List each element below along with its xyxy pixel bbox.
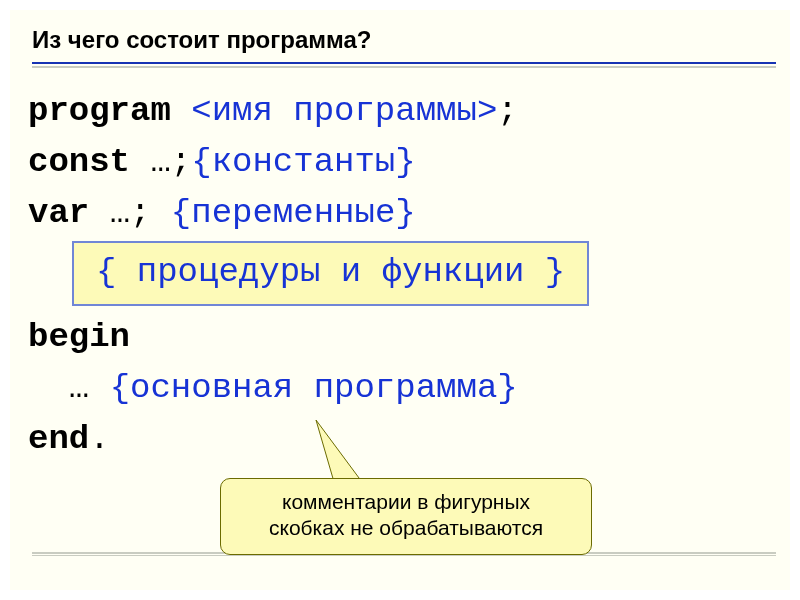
code-line-begin: begin [28, 312, 776, 363]
code-line-var: var …; {переменные} [28, 188, 776, 239]
keyword-const: const [28, 143, 150, 181]
comment-main-program: {основная программа} [110, 369, 518, 407]
code-line-const: const …;{константы} [28, 137, 776, 188]
procedures-box-wrap: { процедуры и функции } [28, 239, 776, 312]
comment-constants: {константы} [191, 143, 415, 181]
title-divider [32, 62, 776, 64]
callout-line-2: скобках не обрабатываются [235, 515, 577, 541]
indent-main [28, 369, 69, 407]
comment-variables: {переменные} [171, 194, 416, 232]
ellipsis-var: …; [110, 194, 171, 232]
keyword-var: var [28, 194, 110, 232]
keyword-begin: begin [28, 318, 130, 356]
title-block: Из чего состоит программа? [32, 22, 776, 68]
slide-title: Из чего состоит программа? [32, 22, 776, 62]
code-line-end: end. [28, 414, 776, 465]
dot-end: . [89, 420, 109, 458]
semicolon: ; [497, 92, 517, 130]
slide: Из чего состоит программа? program <имя … [10, 10, 790, 590]
keyword-program: program [28, 92, 191, 130]
callout-bubble: комментарии в фигурных скобках не обраба… [220, 478, 592, 555]
keyword-end: end [28, 420, 89, 458]
ellipsis-main: … [69, 369, 110, 407]
code-area: program <имя программы>; const …;{конста… [24, 68, 776, 465]
callout-line-1: комментарии в фигурных [235, 489, 577, 515]
code-line-program: program <имя программы>; [28, 86, 776, 137]
callout-tail-icon [314, 420, 374, 482]
slide-container: Из чего состоит программа? program <имя … [0, 0, 800, 600]
ellipsis-const: …; [150, 143, 191, 181]
callout: комментарии в фигурных скобках не обраба… [220, 478, 592, 555]
code-line-main: … {основная программа} [28, 363, 776, 414]
placeholder-program-name: <имя программы> [191, 92, 497, 130]
bottom-divider-thin [32, 555, 776, 556]
svg-marker-0 [316, 420, 362, 482]
procedures-box: { процедуры и функции } [72, 241, 589, 306]
